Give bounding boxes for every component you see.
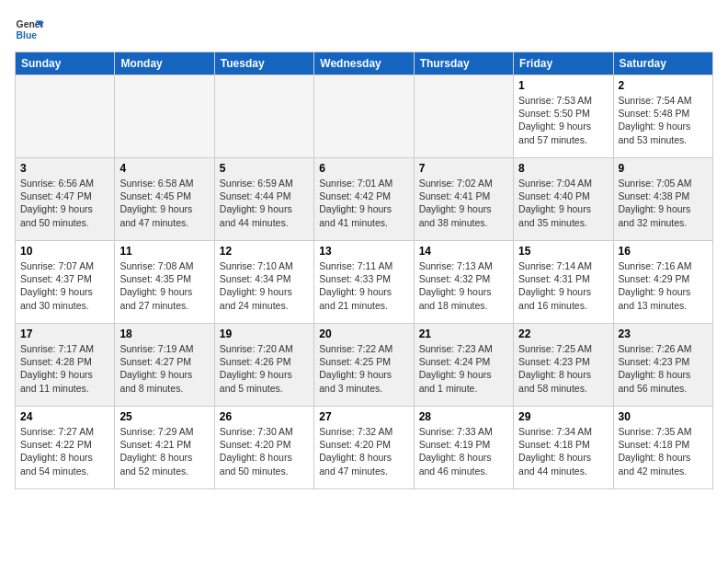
day-info: Sunrise: 7:14 AM Sunset: 4:31 PM Dayligh…	[518, 259, 608, 312]
day-info: Sunrise: 7:10 AM Sunset: 4:34 PM Dayligh…	[220, 259, 309, 312]
calendar-week-row: 17Sunrise: 7:17 AM Sunset: 4:28 PM Dayli…	[16, 324, 713, 407]
day-info: Sunrise: 7:26 AM Sunset: 4:23 PM Dayligh…	[619, 342, 708, 395]
day-info: Sunrise: 7:16 AM Sunset: 4:29 PM Dayligh…	[619, 259, 708, 312]
day-header-thursday: Thursday	[414, 52, 513, 75]
calendar-week-row: 1Sunrise: 7:53 AM Sunset: 5:50 PM Daylig…	[16, 75, 713, 158]
day-number: 29	[518, 410, 608, 423]
calendar-day-cell: 5Sunrise: 6:59 AM Sunset: 4:44 PM Daylig…	[214, 158, 313, 241]
calendar-day-cell: 24Sunrise: 7:27 AM Sunset: 4:22 PM Dayli…	[16, 407, 115, 489]
calendar-day-cell	[314, 75, 414, 158]
calendar-day-cell: 7Sunrise: 7:02 AM Sunset: 4:41 PM Daylig…	[414, 158, 513, 241]
calendar-day-cell: 20Sunrise: 7:22 AM Sunset: 4:25 PM Dayli…	[314, 324, 414, 407]
calendar-day-cell: 18Sunrise: 7:19 AM Sunset: 4:27 PM Dayli…	[115, 324, 214, 407]
day-info: Sunrise: 7:19 AM Sunset: 4:27 PM Dayligh…	[119, 342, 209, 395]
day-info: Sunrise: 7:02 AM Sunset: 4:41 PM Dayligh…	[419, 177, 508, 229]
calendar-day-cell: 14Sunrise: 7:13 AM Sunset: 4:32 PM Dayli…	[414, 241, 513, 324]
day-info: Sunrise: 7:22 AM Sunset: 4:25 PM Dayligh…	[319, 342, 408, 395]
day-number: 25	[119, 410, 209, 423]
calendar-week-row: 24Sunrise: 7:27 AM Sunset: 4:22 PM Dayli…	[16, 407, 713, 489]
day-number: 21	[419, 327, 508, 340]
calendar-table: SundayMondayTuesdayWednesdayThursdayFrid…	[15, 52, 713, 489]
day-info: Sunrise: 7:54 AM Sunset: 5:48 PM Dayligh…	[619, 94, 708, 146]
calendar-day-cell: 15Sunrise: 7:14 AM Sunset: 4:31 PM Dayli…	[514, 241, 613, 324]
calendar-day-cell: 22Sunrise: 7:25 AM Sunset: 4:23 PM Dayli…	[514, 324, 613, 407]
day-header-sunday: Sunday	[16, 52, 115, 75]
day-info: Sunrise: 7:17 AM Sunset: 4:28 PM Dayligh…	[20, 342, 109, 395]
calendar-day-cell: 9Sunrise: 7:05 AM Sunset: 4:38 PM Daylig…	[613, 158, 712, 241]
day-header-friday: Friday	[514, 52, 613, 75]
day-number: 14	[419, 245, 508, 258]
day-number: 2	[619, 79, 708, 92]
calendar-day-cell: 28Sunrise: 7:33 AM Sunset: 4:19 PM Dayli…	[414, 407, 513, 489]
calendar-day-cell: 11Sunrise: 7:08 AM Sunset: 4:35 PM Dayli…	[115, 241, 214, 324]
calendar-day-cell: 19Sunrise: 7:20 AM Sunset: 4:26 PM Dayli…	[214, 324, 313, 407]
calendar-day-cell: 16Sunrise: 7:16 AM Sunset: 4:29 PM Dayli…	[613, 241, 712, 324]
day-info: Sunrise: 7:32 AM Sunset: 4:20 PM Dayligh…	[319, 425, 408, 477]
day-info: Sunrise: 7:01 AM Sunset: 4:42 PM Dayligh…	[319, 177, 408, 229]
day-header-tuesday: Tuesday	[214, 52, 313, 75]
day-number: 1	[518, 79, 608, 92]
calendar-day-cell	[414, 75, 513, 158]
day-number: 4	[119, 162, 209, 175]
day-number: 26	[220, 410, 309, 423]
day-number: 7	[419, 162, 508, 175]
day-number: 5	[220, 162, 309, 175]
day-number: 23	[619, 327, 708, 340]
day-number: 22	[518, 327, 608, 340]
day-info: Sunrise: 7:35 AM Sunset: 4:18 PM Dayligh…	[619, 425, 708, 477]
calendar-week-row: 10Sunrise: 7:07 AM Sunset: 4:37 PM Dayli…	[16, 241, 713, 324]
day-info: Sunrise: 7:34 AM Sunset: 4:18 PM Dayligh…	[518, 425, 608, 477]
day-number: 17	[20, 327, 109, 340]
day-number: 28	[419, 410, 508, 423]
calendar-day-cell: 10Sunrise: 7:07 AM Sunset: 4:37 PM Dayli…	[16, 241, 115, 324]
day-info: Sunrise: 7:05 AM Sunset: 4:38 PM Dayligh…	[619, 177, 708, 229]
day-info: Sunrise: 7:20 AM Sunset: 4:26 PM Dayligh…	[220, 342, 309, 395]
day-info: Sunrise: 7:04 AM Sunset: 4:40 PM Dayligh…	[518, 177, 608, 229]
day-number: 13	[319, 245, 408, 258]
day-number: 12	[220, 245, 309, 258]
day-info: Sunrise: 7:25 AM Sunset: 4:23 PM Dayligh…	[518, 342, 608, 395]
day-number: 27	[319, 410, 408, 423]
logo: General Blue	[15, 15, 44, 44]
day-header-wednesday: Wednesday	[314, 52, 414, 75]
calendar-header-row: SundayMondayTuesdayWednesdayThursdayFrid…	[16, 52, 713, 75]
day-info: Sunrise: 6:58 AM Sunset: 4:45 PM Dayligh…	[119, 177, 209, 229]
day-info: Sunrise: 7:07 AM Sunset: 4:37 PM Dayligh…	[20, 259, 109, 312]
calendar-week-row: 3Sunrise: 6:56 AM Sunset: 4:47 PM Daylig…	[16, 158, 713, 241]
calendar-day-cell: 1Sunrise: 7:53 AM Sunset: 5:50 PM Daylig…	[514, 75, 613, 158]
day-number: 20	[319, 327, 408, 340]
day-number: 11	[119, 245, 209, 258]
calendar-day-cell: 23Sunrise: 7:26 AM Sunset: 4:23 PM Dayli…	[613, 324, 712, 407]
day-header-saturday: Saturday	[613, 52, 712, 75]
calendar-day-cell: 8Sunrise: 7:04 AM Sunset: 4:40 PM Daylig…	[514, 158, 613, 241]
day-number: 6	[319, 162, 408, 175]
calendar-day-cell: 27Sunrise: 7:32 AM Sunset: 4:20 PM Dayli…	[314, 407, 414, 489]
day-number: 18	[119, 327, 209, 340]
day-info: Sunrise: 7:23 AM Sunset: 4:24 PM Dayligh…	[419, 342, 508, 395]
calendar-day-cell	[115, 75, 214, 158]
calendar-day-cell	[214, 75, 313, 158]
calendar-day-cell: 17Sunrise: 7:17 AM Sunset: 4:28 PM Dayli…	[16, 324, 115, 407]
svg-text:Blue: Blue	[17, 30, 38, 40]
calendar-day-cell: 25Sunrise: 7:29 AM Sunset: 4:21 PM Dayli…	[115, 407, 214, 489]
day-info: Sunrise: 7:13 AM Sunset: 4:32 PM Dayligh…	[419, 259, 508, 312]
calendar-day-cell: 4Sunrise: 6:58 AM Sunset: 4:45 PM Daylig…	[115, 158, 214, 241]
page-header: General Blue	[15, 15, 713, 44]
day-info: Sunrise: 7:30 AM Sunset: 4:20 PM Dayligh…	[220, 425, 309, 477]
day-header-monday: Monday	[115, 52, 214, 75]
day-info: Sunrise: 7:53 AM Sunset: 5:50 PM Dayligh…	[518, 94, 608, 146]
day-number: 3	[20, 162, 109, 175]
day-number: 30	[619, 410, 708, 423]
calendar-day-cell: 29Sunrise: 7:34 AM Sunset: 4:18 PM Dayli…	[514, 407, 613, 489]
day-info: Sunrise: 7:29 AM Sunset: 4:21 PM Dayligh…	[119, 425, 209, 477]
day-info: Sunrise: 6:56 AM Sunset: 4:47 PM Dayligh…	[20, 177, 109, 229]
day-info: Sunrise: 7:08 AM Sunset: 4:35 PM Dayligh…	[119, 259, 209, 312]
day-info: Sunrise: 7:27 AM Sunset: 4:22 PM Dayligh…	[20, 425, 109, 477]
calendar-day-cell	[16, 75, 115, 158]
calendar-day-cell: 6Sunrise: 7:01 AM Sunset: 4:42 PM Daylig…	[314, 158, 414, 241]
day-number: 9	[619, 162, 708, 175]
day-number: 8	[518, 162, 608, 175]
calendar-day-cell: 13Sunrise: 7:11 AM Sunset: 4:33 PM Dayli…	[314, 241, 414, 324]
logo-icon: General Blue	[15, 15, 44, 44]
day-number: 15	[518, 245, 608, 258]
